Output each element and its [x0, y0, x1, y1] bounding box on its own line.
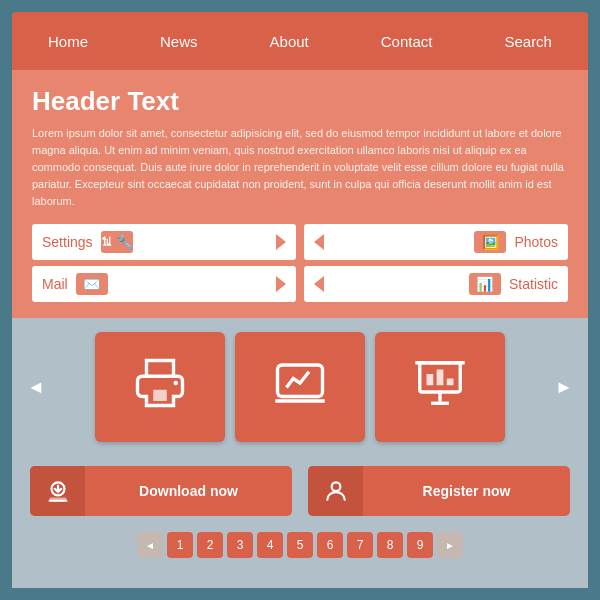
svg-point-12 — [331, 483, 340, 492]
laptop-chart-icon — [273, 356, 327, 419]
photos-label: Photos — [514, 234, 558, 250]
page-8-btn[interactable]: 8 — [377, 532, 403, 558]
page-9-btn[interactable]: 9 — [407, 532, 433, 558]
cards-section: ◄ — [12, 318, 588, 456]
photos-link[interactable]: Photos 🖼️ — [304, 224, 568, 260]
page-2-btn[interactable]: 2 — [197, 532, 223, 558]
main-content: Header Text Lorem ipsum dolor sit amet, … — [12, 70, 588, 318]
arrow-left-icon2 — [314, 276, 324, 292]
nav-contact[interactable]: Contact — [363, 27, 451, 56]
statistic-icon: 📊 — [469, 273, 501, 295]
mail-icon: ✉️ — [76, 273, 108, 295]
register-label: Register now — [363, 483, 570, 499]
card-print[interactable] — [95, 332, 225, 442]
page-4-btn[interactable]: 4 — [257, 532, 283, 558]
nav-news[interactable]: News — [142, 27, 216, 56]
printer-icon — [133, 356, 187, 419]
settings-icon: 🔧 — [101, 231, 133, 253]
page-7-btn[interactable]: 7 — [347, 532, 373, 558]
card-presentation[interactable] — [375, 332, 505, 442]
statistic-label: Statistic — [509, 276, 558, 292]
photos-icon: 🖼️ — [474, 231, 506, 253]
next-card-btn[interactable]: ► — [550, 377, 578, 398]
page-prev-btn[interactable]: ◄ — [137, 532, 163, 558]
mail-label: Mail — [42, 276, 68, 292]
buttons-section: Download now Register now — [12, 456, 588, 526]
mail-link[interactable]: Mail ✉️ — [32, 266, 296, 302]
svg-rect-0 — [153, 389, 167, 400]
page-1-btn[interactable]: 1 — [167, 532, 193, 558]
download-btn[interactable]: Download now — [30, 466, 292, 516]
presentation-icon — [413, 356, 467, 419]
body-text: Lorem ipsum dolor sit amet, consectetur … — [32, 125, 568, 210]
arrow-left-icon — [314, 234, 324, 250]
arrow-right-icon — [276, 234, 286, 250]
download-label: Download now — [85, 483, 292, 499]
page-next-btn[interactable]: ► — [437, 532, 463, 558]
svg-point-1 — [174, 380, 179, 385]
page-3-btn[interactable]: 3 — [227, 532, 253, 558]
cards-container — [50, 332, 550, 442]
page-6-btn[interactable]: 6 — [317, 532, 343, 558]
svg-rect-10 — [447, 378, 454, 385]
download-icon — [30, 466, 85, 516]
register-icon — [308, 466, 363, 516]
scallop-decoration — [12, 568, 588, 588]
nav-about[interactable]: About — [252, 27, 327, 56]
nav-bar: Home News About Contact Search — [12, 12, 588, 70]
pagination: ◄ 1 2 3 4 5 6 7 8 9 ► — [12, 526, 588, 568]
page-5-btn[interactable]: 5 — [287, 532, 313, 558]
page-title: Header Text — [32, 86, 568, 117]
svg-rect-9 — [437, 369, 444, 385]
nav-home[interactable]: Home — [30, 27, 106, 56]
card-chart[interactable] — [235, 332, 365, 442]
svg-rect-8 — [427, 374, 434, 385]
nav-search[interactable]: Search — [486, 27, 570, 56]
links-left: Settings 🔧 Mail ✉️ — [32, 224, 296, 302]
arrow-right-icon2 — [276, 276, 286, 292]
prev-card-btn[interactable]: ◄ — [22, 377, 50, 398]
settings-link[interactable]: Settings 🔧 — [32, 224, 296, 260]
links-right: Photos 🖼️ Statistic 📊 — [304, 224, 568, 302]
links-grid: Settings 🔧 Mail ✉️ Photos — [32, 224, 568, 302]
register-btn[interactable]: Register now — [308, 466, 570, 516]
settings-label: Settings — [42, 234, 93, 250]
statistic-link[interactable]: Statistic 📊 — [304, 266, 568, 302]
